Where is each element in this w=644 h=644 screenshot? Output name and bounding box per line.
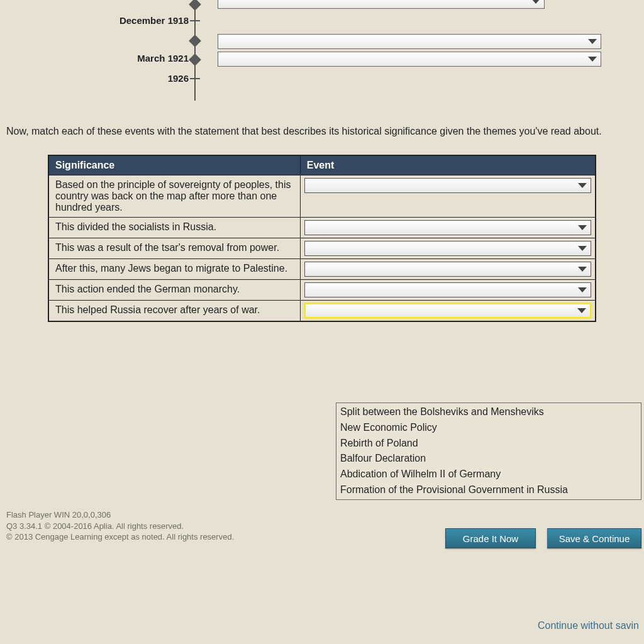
dropdown-option[interactable]: Rebirth of Poland [340, 436, 637, 452]
timeline-label-mar1921: March 1921 [137, 53, 189, 64]
footer-line: © 2013 Cengage Learning except as noted.… [6, 531, 234, 543]
timeline-select-mid[interactable] [218, 34, 601, 49]
table-row: Based on the principle of sovereignty of… [49, 175, 596, 218]
dropdown-option[interactable]: New Economic Policy [340, 420, 637, 436]
chevron-down-icon [577, 308, 586, 313]
timeline-axis [194, 0, 196, 101]
significance-cell: This action ended the German monarchy. [49, 280, 301, 301]
timeline-select-mar1921[interactable] [218, 52, 601, 67]
event-select-3[interactable] [304, 262, 591, 277]
chevron-down-icon [578, 246, 587, 251]
instruction-text: Now, match each of these events with the… [0, 113, 644, 146]
footer-line: Flash Player WIN 20,0,0,306 [6, 509, 234, 521]
table-row: This helped Russia recover after years o… [49, 301, 596, 321]
significance-cell: This was a result of the tsar's removal … [49, 238, 301, 259]
footer-line: Q3 3.34.1 © 2004-2016 Aplia. All rights … [6, 521, 234, 532]
chevron-down-icon [578, 267, 587, 272]
chevron-down-icon [588, 57, 597, 62]
significance-cell: Based on the principle of sovereignty of… [49, 175, 301, 218]
timeline-tick [190, 20, 200, 21]
timeline-marker [189, 53, 201, 66]
col-significance: Significance [49, 156, 301, 175]
table-row: After this, many Jews began to migrate t… [49, 259, 596, 280]
significance-cell: This divided the socialists in Russia. [49, 218, 301, 238]
dropdown-option[interactable]: Balfour Declaration [340, 451, 637, 467]
event-select-0[interactable] [304, 178, 591, 193]
significance-cell: After this, many Jews began to migrate t… [49, 259, 301, 280]
timeline-select-top[interactable] [218, 0, 545, 9]
dropdown-option[interactable]: Formation of the Provisional Government … [340, 482, 637, 498]
chevron-down-icon [578, 183, 587, 188]
chevron-down-icon [578, 287, 587, 292]
continue-without-saving-link[interactable]: Continue without savin [538, 620, 639, 631]
dropdown-option[interactable]: Abdication of Wilhelm II of Germany [340, 467, 637, 482]
table-row: This action ended the German monarchy. [49, 280, 596, 301]
timeline-tick [190, 78, 200, 79]
timeline: December 1918 March 1921 1926 [0, 0, 644, 113]
grade-it-now-button[interactable]: Grade It Now [445, 528, 536, 548]
timeline-marker [189, 35, 201, 47]
significance-cell: This helped Russia recover after years o… [49, 301, 301, 321]
chevron-down-icon [588, 39, 597, 44]
timeline-marker [189, 0, 201, 11]
timeline-label-dec1918: December 1918 [119, 15, 189, 26]
event-select-5[interactable] [304, 303, 591, 318]
col-event: Event [300, 156, 595, 175]
save-continue-button[interactable]: Save & Continue [547, 528, 641, 548]
footer-info: Flash Player WIN 20,0,0,306 Q3 3.34.1 © … [6, 509, 234, 543]
dropdown-option[interactable]: Split between the Bolsheviks and Menshev… [340, 404, 637, 420]
event-select-4[interactable] [304, 282, 591, 297]
timeline-label-1926: 1926 [168, 73, 189, 84]
dropdown-options[interactable]: Split between the Bolsheviks and Menshev… [336, 402, 641, 500]
event-select-2[interactable] [304, 241, 591, 256]
table-row: This divided the socialists in Russia. [49, 218, 596, 238]
event-select-1[interactable] [304, 220, 591, 235]
significance-table: Significance Event Based on the principl… [48, 155, 596, 322]
chevron-down-icon [578, 225, 587, 230]
chevron-down-icon [531, 0, 540, 4]
table-row: This was a result of the tsar's removal … [49, 238, 596, 259]
